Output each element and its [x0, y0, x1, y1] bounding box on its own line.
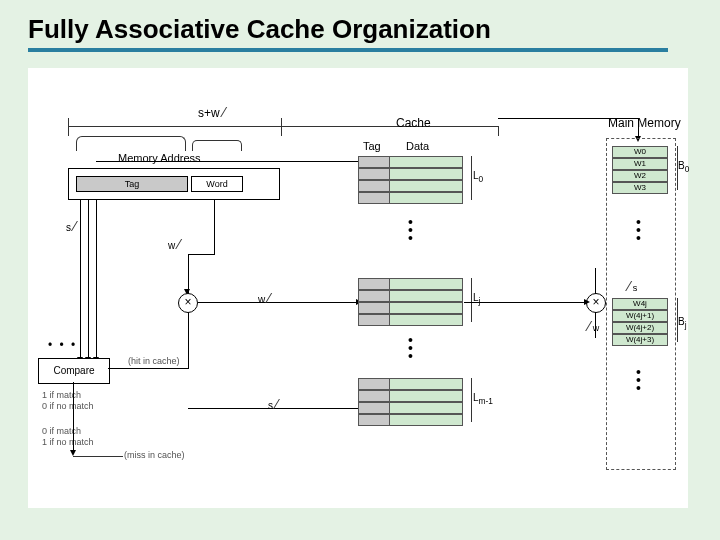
nomatch-text-0: 0 if match [42, 426, 81, 436]
vertical-dots-icon: ••• [636, 368, 641, 392]
cache-data-header: Data [406, 140, 429, 152]
mem-word: W2 [612, 170, 668, 182]
page-title: Fully Associative Cache Organization [28, 14, 491, 45]
wire [80, 200, 81, 360]
memory-address-label: Memory Address [118, 152, 201, 164]
Bj-label: Bj [678, 316, 687, 330]
s-label: s ⁄ [268, 396, 278, 412]
word-field: Word [191, 176, 243, 192]
brace [465, 156, 472, 200]
match-text-1: 1 if match [42, 390, 81, 400]
main-memory-title: Main Memory [608, 116, 681, 130]
w-label: w ⁄ [258, 290, 270, 306]
Lm1-label: Lm-1 [473, 392, 493, 406]
mem-word: W(4j+2) [612, 322, 668, 334]
title-underline [28, 48, 668, 52]
mem-word: W1 [612, 158, 668, 170]
wire [464, 302, 586, 303]
w-label: ⁄ w [588, 318, 599, 334]
mem-word: W4j [612, 298, 668, 310]
multiply-node-icon: × [178, 293, 198, 313]
vertical-dots-icon: ••• [408, 218, 413, 242]
ellipsis: • • • [48, 338, 77, 352]
diagram: s+w ⁄ Memory Address Tag Word s ⁄ • • • … [28, 68, 688, 508]
wire [281, 118, 282, 136]
mem-block-j: W4j W(4j+1) W(4j+2) W(4j+3) [612, 298, 668, 346]
match-text-0: 0 if no match [42, 401, 94, 411]
w-label: w ⁄ [168, 236, 180, 252]
compare-box: Compare [38, 358, 110, 384]
cache-title: Cache [396, 116, 431, 130]
tag-brace [76, 136, 186, 151]
wire [96, 161, 358, 162]
arrow-icon [584, 299, 590, 305]
sw-label: s+w ⁄ [198, 104, 225, 120]
mem-word: W0 [612, 146, 668, 158]
wire [188, 254, 189, 294]
s-label: s ⁄ [66, 218, 76, 234]
wire [73, 456, 123, 457]
cache-line-j [358, 278, 463, 326]
mem-word: W(4j+1) [612, 310, 668, 322]
mem-block-0: W0 W1 W2 W3 [612, 146, 668, 194]
wire [214, 200, 215, 255]
wire [188, 254, 215, 255]
wire [108, 368, 188, 369]
wire [188, 312, 189, 369]
wire [73, 382, 74, 452]
word-brace [192, 140, 242, 151]
brace [465, 278, 472, 322]
B0-label: B0 [678, 160, 689, 174]
sw-span-r [498, 126, 499, 136]
wire [68, 118, 69, 136]
cache-line-0 [358, 156, 463, 204]
mem-word: W3 [612, 182, 668, 194]
wire [198, 302, 358, 303]
vertical-dots-icon: ••• [636, 218, 641, 242]
brace [465, 378, 472, 422]
cache-tag-header: Tag [363, 140, 381, 152]
wire [595, 268, 596, 294]
hit-label: (hit in cache) [128, 356, 180, 366]
wire [88, 200, 89, 360]
vertical-dots-icon: ••• [408, 336, 413, 360]
miss-label: (miss in cache) [124, 450, 185, 460]
Lj-label: Lj [473, 292, 480, 306]
nomatch-text-1: 1 if no match [42, 437, 94, 447]
wire [96, 200, 97, 360]
mem-word: W(4j+3) [612, 334, 668, 346]
L0-label: L0 [473, 170, 483, 184]
tag-field: Tag [76, 176, 188, 192]
cache-line-m1 [358, 378, 463, 426]
